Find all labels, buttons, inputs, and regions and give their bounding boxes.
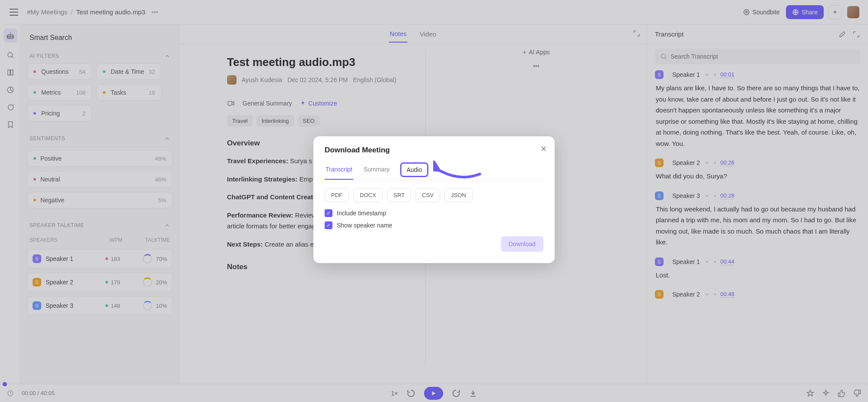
modal-tab-audio[interactable]: Audio [400, 162, 429, 177]
format-option[interactable]: JSON [444, 188, 473, 202]
format-option[interactable]: CSV [415, 188, 440, 202]
modal-tab-transcript[interactable]: Transcript [325, 162, 353, 180]
format-options: PDFDOCXSRTCSVJSON [325, 188, 543, 202]
modal-tab-summary[interactable]: Summary [363, 162, 391, 180]
download-button[interactable]: Download [501, 236, 543, 252]
modal-tabs: Transcript Summary Audio [325, 162, 543, 180]
show-speaker-option[interactable]: ✓ Show speaker name [325, 221, 543, 229]
format-option[interactable]: SRT [387, 188, 411, 202]
format-option[interactable]: DOCX [353, 188, 383, 202]
checkbox-checked-icon: ✓ [325, 221, 332, 229]
modal-title: Download Meeting [325, 146, 543, 155]
download-modal: ✕ Download Meeting Transcript Summary Au… [313, 136, 555, 263]
modal-close-button[interactable]: ✕ [540, 144, 547, 154]
include-timestamp-option[interactable]: ✓ Include timestamp [325, 209, 543, 217]
format-option[interactable]: PDF [325, 188, 349, 202]
checkbox-checked-icon: ✓ [325, 209, 332, 217]
